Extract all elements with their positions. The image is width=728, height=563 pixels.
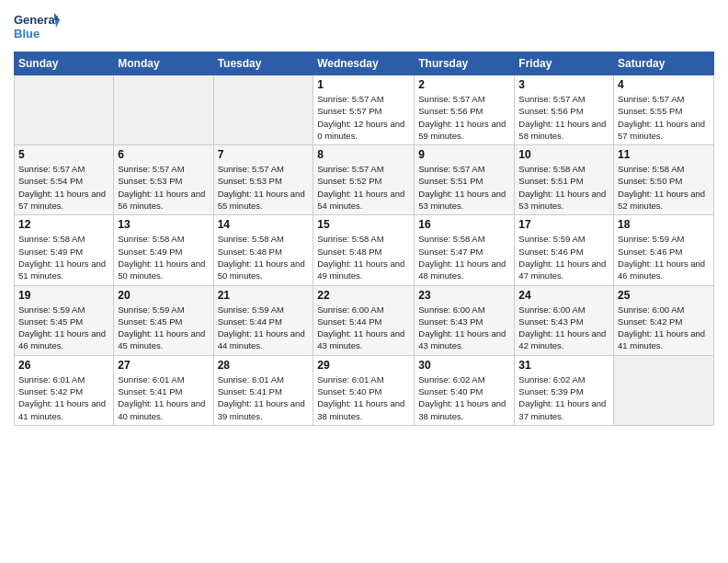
calendar-header-thursday: Thursday — [415, 52, 515, 75]
day-info: Sunrise: 5:57 AMSunset: 5:57 PMDaylight:… — [317, 93, 410, 142]
day-info: Sunrise: 5:59 AMSunset: 5:44 PMDaylight:… — [218, 304, 310, 352]
day-number: 25 — [618, 289, 710, 302]
day-number: 5 — [18, 148, 109, 161]
calendar-cell — [15, 75, 114, 145]
day-info: Sunrise: 6:00 AMSunset: 5:43 PMDaylight:… — [418, 304, 510, 352]
logo-svg: General Blue — [14, 9, 60, 44]
calendar-cell: 25Sunrise: 6:00 AMSunset: 5:42 PMDayligh… — [614, 285, 714, 355]
day-info: Sunrise: 5:57 AMSunset: 5:56 PMDaylight:… — [418, 93, 510, 142]
day-info: Sunrise: 5:57 AMSunset: 5:53 PMDaylight:… — [118, 163, 209, 212]
calendar-cell: 18Sunrise: 5:59 AMSunset: 5:46 PMDayligh… — [614, 215, 714, 285]
day-number: 10 — [518, 148, 609, 161]
day-info: Sunrise: 5:58 AMSunset: 5:51 PMDaylight:… — [518, 163, 609, 212]
day-info: Sunrise: 5:57 AMSunset: 5:54 PMDaylight:… — [18, 163, 109, 212]
day-info: Sunrise: 6:01 AMSunset: 5:42 PMDaylight:… — [18, 373, 109, 422]
calendar-header-tuesday: Tuesday — [213, 52, 313, 75]
calendar-cell: 24Sunrise: 6:00 AMSunset: 5:43 PMDayligh… — [515, 285, 614, 355]
day-number: 17 — [518, 218, 609, 231]
calendar-cell: 16Sunrise: 5:58 AMSunset: 5:47 PMDayligh… — [415, 215, 515, 285]
day-number: 29 — [317, 359, 410, 372]
day-info: Sunrise: 6:00 AMSunset: 5:44 PMDaylight:… — [317, 304, 410, 352]
day-number: 1 — [317, 78, 410, 91]
day-info: Sunrise: 6:01 AMSunset: 5:41 PMDaylight:… — [118, 373, 209, 422]
calendar-cell: 26Sunrise: 6:01 AMSunset: 5:42 PMDayligh… — [15, 355, 114, 425]
day-number: 20 — [118, 289, 209, 302]
calendar-cell: 27Sunrise: 6:01 AMSunset: 5:41 PMDayligh… — [114, 355, 213, 425]
calendar-cell: 4Sunrise: 5:57 AMSunset: 5:55 PMDaylight… — [614, 75, 714, 145]
svg-text:Blue: Blue — [14, 27, 40, 40]
calendar-cell: 1Sunrise: 5:57 AMSunset: 5:57 PMDaylight… — [313, 75, 415, 145]
day-number: 28 — [218, 359, 310, 372]
calendar-cell: 14Sunrise: 5:58 AMSunset: 5:48 PMDayligh… — [213, 215, 313, 285]
calendar-week-1: 1Sunrise: 5:57 AMSunset: 5:57 PMDaylight… — [15, 75, 714, 145]
day-number: 19 — [18, 289, 109, 302]
calendar-cell — [614, 355, 714, 425]
calendar-cell: 17Sunrise: 5:59 AMSunset: 5:46 PMDayligh… — [515, 215, 614, 285]
header: General Blue — [14, 9, 714, 44]
day-info: Sunrise: 5:57 AMSunset: 5:51 PMDaylight:… — [418, 163, 510, 212]
calendar-cell: 31Sunrise: 6:02 AMSunset: 5:39 PMDayligh… — [515, 355, 614, 425]
day-info: Sunrise: 5:58 AMSunset: 5:47 PMDaylight:… — [418, 233, 510, 282]
day-number: 14 — [218, 218, 310, 231]
day-info: Sunrise: 5:58 AMSunset: 5:48 PMDaylight:… — [218, 233, 310, 282]
day-number: 23 — [418, 289, 510, 302]
logo: General Blue — [14, 9, 60, 44]
calendar-cell: 30Sunrise: 6:02 AMSunset: 5:40 PMDayligh… — [415, 355, 515, 425]
calendar-header-wednesday: Wednesday — [313, 52, 415, 75]
day-number: 6 — [118, 148, 209, 161]
day-info: Sunrise: 5:59 AMSunset: 5:45 PMDaylight:… — [18, 304, 109, 352]
svg-text:General: General — [14, 13, 58, 27]
day-number: 3 — [518, 78, 609, 91]
calendar-header-friday: Friday — [515, 52, 614, 75]
day-number: 30 — [418, 359, 510, 372]
day-info: Sunrise: 5:59 AMSunset: 5:46 PMDaylight:… — [518, 233, 609, 282]
day-number: 24 — [518, 289, 609, 302]
calendar-cell: 21Sunrise: 5:59 AMSunset: 5:44 PMDayligh… — [213, 285, 313, 355]
calendar-cell: 28Sunrise: 6:01 AMSunset: 5:41 PMDayligh… — [213, 355, 313, 425]
calendar-cell: 3Sunrise: 5:57 AMSunset: 5:56 PMDaylight… — [515, 75, 614, 145]
day-info: Sunrise: 5:58 AMSunset: 5:48 PMDaylight:… — [317, 233, 410, 282]
day-info: Sunrise: 6:00 AMSunset: 5:43 PMDaylight:… — [518, 304, 609, 352]
calendar-cell: 11Sunrise: 5:58 AMSunset: 5:50 PMDayligh… — [614, 145, 714, 215]
day-number: 15 — [317, 218, 410, 231]
day-info: Sunrise: 5:58 AMSunset: 5:50 PMDaylight:… — [618, 163, 710, 212]
calendar-cell: 9Sunrise: 5:57 AMSunset: 5:51 PMDaylight… — [415, 145, 515, 215]
calendar-cell: 29Sunrise: 6:01 AMSunset: 5:40 PMDayligh… — [313, 355, 415, 425]
calendar-cell: 7Sunrise: 5:57 AMSunset: 5:53 PMDaylight… — [213, 145, 313, 215]
calendar-cell: 12Sunrise: 5:58 AMSunset: 5:49 PMDayligh… — [15, 215, 114, 285]
day-info: Sunrise: 6:02 AMSunset: 5:40 PMDaylight:… — [418, 373, 510, 422]
calendar-cell: 20Sunrise: 5:59 AMSunset: 5:45 PMDayligh… — [114, 285, 213, 355]
day-number: 26 — [18, 359, 109, 372]
calendar-cell: 22Sunrise: 6:00 AMSunset: 5:44 PMDayligh… — [313, 285, 415, 355]
day-number: 11 — [618, 148, 710, 161]
day-number: 2 — [418, 78, 510, 91]
day-info: Sunrise: 6:02 AMSunset: 5:39 PMDaylight:… — [518, 373, 609, 422]
day-number: 8 — [317, 148, 410, 161]
day-info: Sunrise: 6:01 AMSunset: 5:41 PMDaylight:… — [218, 373, 310, 422]
day-number: 4 — [618, 78, 710, 91]
calendar-header-row: SundayMondayTuesdayWednesdayThursdayFrid… — [15, 52, 714, 75]
calendar-cell: 10Sunrise: 5:58 AMSunset: 5:51 PMDayligh… — [515, 145, 614, 215]
day-info: Sunrise: 5:59 AMSunset: 5:45 PMDaylight:… — [118, 304, 209, 352]
day-number: 21 — [218, 289, 310, 302]
day-number: 16 — [418, 218, 510, 231]
day-info: Sunrise: 5:57 AMSunset: 5:52 PMDaylight:… — [317, 163, 410, 212]
calendar-header-saturday: Saturday — [614, 52, 714, 75]
day-info: Sunrise: 5:57 AMSunset: 5:53 PMDaylight:… — [218, 163, 310, 212]
day-info: Sunrise: 6:00 AMSunset: 5:42 PMDaylight:… — [618, 304, 710, 352]
calendar-cell: 5Sunrise: 5:57 AMSunset: 5:54 PMDaylight… — [15, 145, 114, 215]
calendar-header-sunday: Sunday — [15, 52, 114, 75]
calendar-cell: 2Sunrise: 5:57 AMSunset: 5:56 PMDaylight… — [415, 75, 515, 145]
day-info: Sunrise: 5:58 AMSunset: 5:49 PMDaylight:… — [18, 233, 109, 282]
day-info: Sunrise: 5:57 AMSunset: 5:56 PMDaylight:… — [518, 93, 609, 142]
day-number: 7 — [218, 148, 310, 161]
calendar-cell: 23Sunrise: 6:00 AMSunset: 5:43 PMDayligh… — [415, 285, 515, 355]
day-number: 31 — [518, 359, 609, 372]
day-info: Sunrise: 6:01 AMSunset: 5:40 PMDaylight:… — [317, 373, 410, 422]
day-number: 12 — [18, 218, 109, 231]
calendar-week-4: 19Sunrise: 5:59 AMSunset: 5:45 PMDayligh… — [15, 285, 714, 355]
day-number: 9 — [418, 148, 510, 161]
calendar-week-3: 12Sunrise: 5:58 AMSunset: 5:49 PMDayligh… — [15, 215, 714, 285]
calendar-cell — [114, 75, 213, 145]
calendar-cell — [213, 75, 313, 145]
